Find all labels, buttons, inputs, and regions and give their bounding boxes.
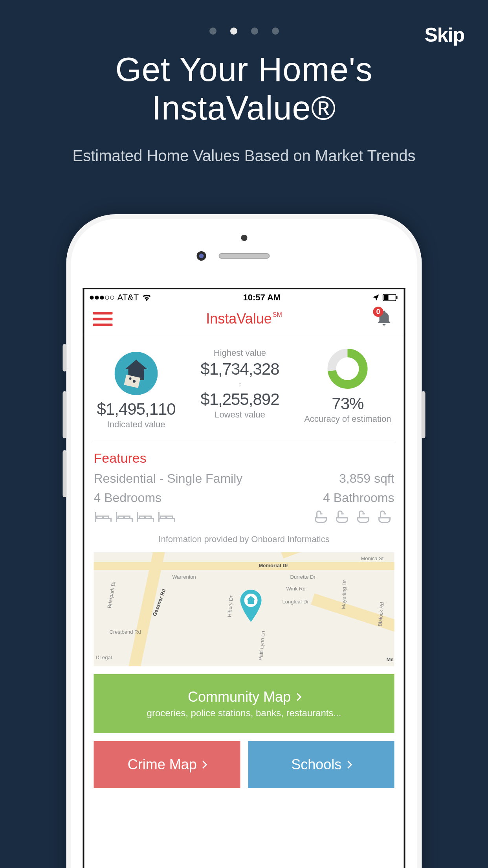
value-summary: $1,495,110 Indicated value Highest value…	[94, 347, 394, 441]
schools-tile[interactable]: Schools	[248, 741, 394, 788]
community-map-subtitle: groceries, police stations, banks, resta…	[147, 708, 341, 719]
app-title: InstaValueSM	[206, 311, 282, 327]
accuracy-donut-icon	[326, 347, 369, 390]
bedrooms-label: 4 Bedrooms	[94, 491, 162, 505]
map-road-label: Durrette Dr	[290, 574, 316, 580]
map-road-label: Memorial Dr	[259, 563, 288, 568]
svg-point-4	[129, 377, 132, 380]
phone-mockup: AT&T 10:57 AM	[66, 214, 422, 868]
carrier-label: AT&T	[117, 292, 139, 303]
map-road-label: Monica St	[361, 555, 384, 561]
onboarding-title: Get Your Home's InstaValue®	[0, 50, 488, 127]
features-heading: Features	[94, 451, 394, 466]
bathrooms-label: 4 Bathrooms	[323, 491, 394, 505]
map-road-label: Briarpark Dr	[106, 581, 117, 609]
page-indicator	[0, 28, 488, 35]
highest-value-label: Highest value	[200, 348, 279, 358]
notification-badge: 0	[373, 307, 383, 317]
skip-button[interactable]: Skip	[424, 24, 464, 46]
property-map[interactable]: Gessner Rd Memorial Dr Durrette Dr Wink …	[94, 552, 394, 666]
chevron-right-icon	[344, 761, 352, 769]
status-bar: AT&T 10:57 AM	[84, 289, 404, 305]
phone-screen: AT&T 10:57 AM	[83, 288, 405, 868]
page-dot	[272, 28, 279, 35]
location-icon	[372, 294, 380, 301]
chevron-right-icon	[200, 761, 207, 769]
bedroom-icons	[94, 510, 177, 524]
bathroom-icons	[311, 510, 394, 524]
highest-value: $1,734,328	[200, 360, 279, 379]
map-road-label: Me	[386, 657, 393, 662]
range-arrow-icon: ↕	[200, 380, 279, 388]
onboarding-subtitle: Estimated Home Values Based on Market Tr…	[0, 147, 488, 165]
data-provider-label: Information provided by Onboard Informat…	[94, 534, 394, 544]
signal-strength-icon	[90, 296, 114, 300]
map-road-label: Warrenton	[172, 574, 196, 580]
map-road-label: Crestbend Rd	[110, 629, 141, 635]
crime-map-tile[interactable]: Crime Map	[94, 741, 240, 788]
map-road-label: Hibury Dr	[226, 595, 234, 617]
svg-rect-1	[384, 295, 389, 300]
map-road-label: Patti Lynn Ln	[257, 631, 266, 660]
accuracy-label: Accuracy of estimation	[304, 414, 391, 424]
page-dot	[209, 28, 216, 35]
house-price-icon	[115, 352, 158, 395]
svg-rect-2	[396, 296, 398, 299]
map-pin-icon	[239, 590, 263, 625]
accuracy-percent: 73%	[304, 394, 391, 413]
property-sqft: 3,859 sqft	[339, 471, 394, 486]
chevron-right-icon	[294, 693, 301, 701]
map-road-label: DLegal	[96, 655, 112, 660]
page-dot-active	[230, 28, 237, 35]
lowest-value: $1,255,892	[200, 390, 279, 409]
property-type: Residential - Single Family	[94, 471, 243, 486]
lowest-value-label: Lowest value	[200, 410, 279, 420]
wifi-icon	[142, 294, 151, 301]
notifications-button[interactable]: 0	[375, 309, 395, 329]
map-road-label: Longleaf Dr	[283, 599, 309, 605]
page-dot	[251, 28, 258, 35]
bell-icon	[375, 321, 393, 327]
community-map-tile[interactable]: Community Map groceries, police stations…	[94, 674, 394, 733]
menu-button[interactable]	[93, 312, 113, 326]
map-road-label: Mayerling Dr	[341, 580, 348, 609]
indicated-value: $1,495,110	[97, 400, 176, 419]
app-navbar: InstaValueSM 0	[84, 305, 404, 335]
battery-icon	[383, 294, 398, 301]
status-time: 10:57 AM	[243, 292, 281, 303]
map-road-label: Wink Rd	[286, 586, 306, 592]
indicated-value-label: Indicated value	[97, 419, 176, 430]
